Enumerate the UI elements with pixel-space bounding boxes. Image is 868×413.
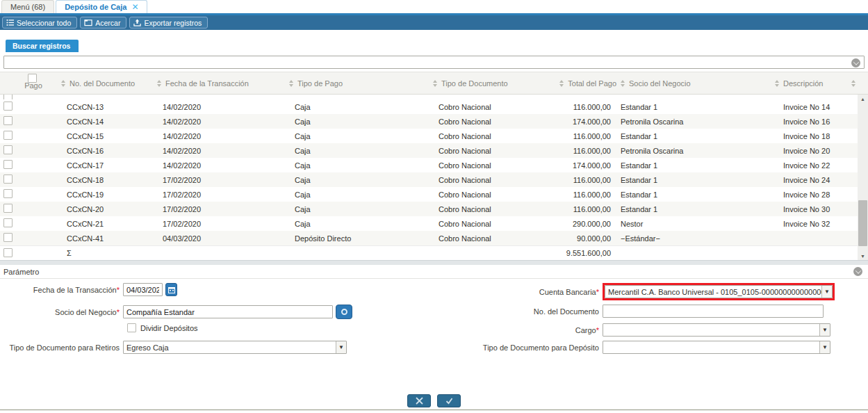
table-row[interactable]: CCxCN-14 14/02/2020 Caja Cobro Nacional … <box>0 114 868 129</box>
header-extra-sort[interactable] <box>851 72 861 94</box>
tipo-deposito-label: Tipo de Documento para Depósito <box>431 343 599 352</box>
cuenta-bancaria-select[interactable]: Mercantil C.A. Banco Universal - 0105_01… <box>605 285 833 298</box>
tab-bar: Menú (68) Depósito de Caja ✕ <box>0 0 868 13</box>
table-row[interactable]: CCxCN-18 17/02/2020 Caja Cobro Nacional … <box>0 172 868 187</box>
collapse-search-icon[interactable] <box>851 58 860 67</box>
sort-icon[interactable] <box>621 80 625 87</box>
header-descripcion[interactable]: Descripción <box>775 72 851 94</box>
fecha-input[interactable] <box>123 283 163 296</box>
table-row[interactable]: CCxCN-16 14/02/2020 Caja Cobro Nacional … <box>0 143 868 158</box>
cell-tipo-pago: Caja <box>289 176 433 184</box>
row-checkbox[interactable] <box>3 233 13 242</box>
calendar-button[interactable] <box>165 283 177 296</box>
scroll-down-icon[interactable]: ▼ <box>858 252 868 260</box>
header-socio-negocio[interactable]: Socio del Negocio <box>616 72 775 94</box>
cell-total: 116.000,00 <box>552 205 616 213</box>
no-documento-input[interactable] <box>603 305 824 318</box>
cell-no-documento: CCxCN-18 <box>61 176 157 184</box>
row-checkbox[interactable] <box>3 116 13 125</box>
cell-total: 174.000,00 <box>552 161 616 170</box>
chevron-down-icon[interactable]: ▼ <box>819 341 830 353</box>
tipo-retiros-select[interactable]: Egreso Caja ▼ <box>123 341 347 354</box>
table-row[interactable]: CCxCN-15 14/02/2020 Caja Cobro Nacional … <box>0 129 868 143</box>
export-records-button[interactable]: Exportar registros <box>129 17 208 29</box>
scrollbar-thumb[interactable] <box>858 200 867 246</box>
row-checkbox[interactable] <box>3 248 13 257</box>
sort-icon[interactable] <box>433 80 437 87</box>
row-checkbox[interactable] <box>3 218 13 227</box>
vertical-scrollbar[interactable]: ▲ ▼ <box>858 95 868 260</box>
cell-total: 116.000,00 <box>552 147 616 155</box>
row-checkbox[interactable] <box>3 95 13 99</box>
collapse-params-icon[interactable] <box>853 267 862 276</box>
cargo-label: Cargo* <box>431 326 599 334</box>
zoom-button[interactable]: Acercar <box>80 17 126 29</box>
chevron-down-icon[interactable]: ▼ <box>821 286 832 298</box>
table-row[interactable]: CCxCN-13 14/02/2020 Caja Cobro Nacional … <box>0 99 868 114</box>
row-checkbox[interactable] <box>3 204 13 213</box>
header-no-documento[interactable]: No. del Documento <box>61 72 157 94</box>
cargo-select[interactable]: ▼ <box>603 323 830 337</box>
horizontal-scrollbar[interactable] <box>0 260 868 265</box>
select-all-list-icon <box>6 19 14 26</box>
header-tipo-pago[interactable]: Tipo de Pago <box>289 72 433 94</box>
row-checkbox[interactable] <box>3 189 13 198</box>
sort-icon[interactable] <box>157 80 161 87</box>
chevron-down-icon[interactable]: ▼ <box>336 341 346 353</box>
tab-buscar-registros[interactable]: Buscar registros <box>6 40 79 52</box>
cell-no-documento: CCxCN-13 <box>61 103 157 111</box>
cell-fecha: 17/02/2020 <box>157 205 289 213</box>
cell-tipo-documento: Cobro Nacional <box>433 147 552 155</box>
header-total-pago[interactable]: Total del Pago <box>552 72 616 94</box>
highlight-annotation: Mercantil C.A. Banco Universal - 0105_01… <box>603 283 835 300</box>
records-table: Pago No. del Documento Fecha de la Trans… <box>0 72 868 260</box>
row-checkbox[interactable] <box>3 160 13 169</box>
sort-icon[interactable] <box>559 80 564 87</box>
cell-tipo-documento: Cobro Nacional <box>433 103 552 111</box>
header-fecha-transaccion[interactable]: Fecha de la Transacción <box>157 72 289 94</box>
zoom-window-icon <box>84 19 92 26</box>
cell-tipo-pago: Caja <box>289 118 433 126</box>
cell-total: 174.000,00 <box>552 118 616 126</box>
cell-fecha: 14/02/2020 <box>157 132 289 140</box>
scroll-up-icon[interactable]: ▲ <box>858 95 868 103</box>
table-row[interactable]: CCxCN-19 17/02/2020 Caja Cobro Nacional … <box>0 187 868 202</box>
sort-icon[interactable] <box>775 80 779 87</box>
cuenta-bancaria-label: Cuenta Bancaria* <box>431 288 599 296</box>
row-checkbox[interactable] <box>3 175 13 184</box>
toolbar: Seleccionar todo Acercar Exportar regist… <box>0 15 868 30</box>
cell-no-documento: CCxCN-17 <box>61 161 157 170</box>
sort-icon[interactable] <box>851 80 855 87</box>
row-checkbox[interactable] <box>3 131 13 140</box>
socio-input[interactable] <box>123 305 333 318</box>
cell-socio: Estandar 1 <box>616 176 775 184</box>
tab-menu[interactable]: Menú (68) <box>1 0 54 13</box>
record-search-button[interactable] <box>336 305 352 319</box>
tab-deposito-de-caja[interactable]: Depósito de Caja ✕ <box>56 0 147 13</box>
cell-fecha: 14/02/2020 <box>157 161 289 170</box>
dividir-depositos-checkbox[interactable] <box>127 323 136 332</box>
check-icon <box>445 396 454 405</box>
export-records-label: Exportar registros <box>144 19 202 27</box>
cell-descripcion: Invoice No 28 <box>775 191 851 199</box>
table-row[interactable]: CCxCN-20 17/02/2020 Caja Cobro Nacional … <box>0 202 868 216</box>
row-checkbox[interactable] <box>3 102 13 111</box>
chevron-down-icon[interactable]: ▼ <box>819 324 830 336</box>
sort-icon[interactable] <box>289 80 293 87</box>
sort-icon[interactable] <box>61 80 65 87</box>
cancel-button[interactable] <box>407 394 431 407</box>
cell-fecha: 04/03/2020 <box>157 234 289 243</box>
search-input[interactable] <box>3 56 865 69</box>
table-row[interactable]: CCxCN-17 14/02/2020 Caja Cobro Nacional … <box>0 158 868 172</box>
cell-tipo-documento: Cobro Nacional <box>433 191 552 199</box>
table-row[interactable]: CCxCN-21 17/02/2020 Caja Cobro Nacional … <box>0 216 868 231</box>
tipo-deposito-select[interactable]: ▼ <box>603 341 830 354</box>
row-checkbox[interactable] <box>3 145 13 154</box>
table-row[interactable]: CCxCN-41 04/03/2020 Depósito Directo Cob… <box>0 231 868 245</box>
cell-fecha: 14/02/2020 <box>157 103 289 111</box>
cell-total: 116.000,00 <box>552 176 616 184</box>
header-tipo-documento[interactable]: Tipo de Documento <box>433 72 552 94</box>
select-all-button[interactable]: Seleccionar todo <box>2 17 77 29</box>
close-icon[interactable]: ✕ <box>131 3 138 11</box>
confirm-button[interactable] <box>437 394 461 407</box>
